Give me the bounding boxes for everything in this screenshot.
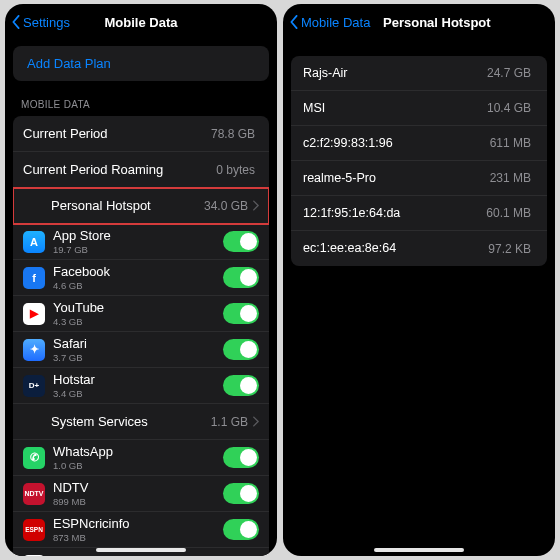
app-usage: 4.3 GB — [53, 316, 217, 327]
app-toggle[interactable] — [223, 447, 259, 468]
app-usage: 873 MB — [53, 532, 217, 543]
system-services-label: System Services — [51, 414, 211, 430]
home-indicator[interactable] — [374, 548, 464, 552]
hotspot-label: Personal Hotspot — [51, 198, 204, 214]
device-name: 12:1f:95:1e:64:da — [303, 206, 486, 221]
app-row[interactable]: ESPN ESPNcricinfo 873 MB — [13, 512, 269, 548]
chevron-left-icon — [11, 15, 21, 29]
device-row[interactable]: ec:1:ee:ea:8e:64 97.2 KB — [291, 231, 547, 266]
hotspot-value: 34.0 GB — [204, 199, 248, 213]
app-row[interactable]: f Facebook 4.6 GB — [13, 260, 269, 296]
app-usage: 899 MB — [53, 496, 217, 507]
back-label: Settings — [23, 15, 70, 30]
whatsapp-icon: ✆ — [23, 447, 45, 469]
app-toggle[interactable] — [223, 339, 259, 360]
left-screen: Settings Mobile Data Add Data Plan MOBIL… — [5, 4, 277, 556]
system-services-value: 1.1 GB — [211, 415, 248, 429]
personal-hotspot-row[interactable]: Personal Hotspot 34.0 GB — [13, 188, 269, 224]
app-name: App Store — [53, 228, 217, 244]
app-name: Safari — [53, 336, 217, 352]
app-toggle[interactable] — [223, 267, 259, 288]
device-name: Rajs-Air — [303, 66, 487, 81]
device-row[interactable]: c2:f2:99:83:1:96 611 MB — [291, 126, 547, 161]
app-usage: 1.0 GB — [53, 460, 217, 471]
section-header: MOBILE DATA — [5, 81, 277, 116]
chevron-left-icon — [289, 15, 299, 29]
espn-icon: ESPN — [23, 519, 45, 541]
devices-group: Rajs-Air 24.7 GB MSI 10.4 GB c2:f2:99:83… — [291, 56, 547, 266]
roaming-row[interactable]: Current Period Roaming 0 bytes — [13, 152, 269, 188]
app-row[interactable]: A App Store 19.7 GB — [13, 224, 269, 260]
app-row[interactable]: D+ Hotstar 3.4 GB — [13, 368, 269, 404]
chevron-right-icon — [252, 200, 259, 211]
app-name: Hotstar — [53, 372, 217, 388]
current-period-label: Current Period — [23, 126, 211, 142]
ndtv-icon: NDTV — [23, 483, 45, 505]
app-toggle[interactable] — [223, 519, 259, 540]
app-usage: 3.7 GB — [53, 352, 217, 363]
app-name: Drive — [53, 553, 217, 557]
navbar: Mobile Data Personal Hotspot — [283, 4, 555, 40]
device-row[interactable]: MSI 10.4 GB — [291, 91, 547, 126]
device-usage: 60.1 MB — [486, 206, 531, 220]
device-row[interactable]: Rajs-Air 24.7 GB — [291, 56, 547, 91]
drive-icon — [23, 555, 45, 556]
app-usage: 4.6 GB — [53, 280, 217, 291]
appstore-icon: A — [23, 231, 45, 253]
content: Add Data Plan MOBILE DATA Current Period… — [5, 40, 277, 556]
fb-icon: f — [23, 267, 45, 289]
current-period-value: 78.8 GB — [211, 127, 255, 141]
device-name: MSI — [303, 101, 487, 116]
device-usage: 97.2 KB — [488, 242, 531, 256]
app-name: Facebook — [53, 264, 217, 280]
device-name: ec:1:ee:ea:8e:64 — [303, 241, 488, 256]
device-name: c2:f2:99:83:1:96 — [303, 136, 490, 151]
home-indicator[interactable] — [96, 548, 186, 552]
app-name: YouTube — [53, 300, 217, 316]
device-usage: 611 MB — [490, 136, 531, 150]
app-usage: 3.4 GB — [53, 388, 217, 399]
device-row[interactable]: 12:1f:95:1e:64:da 60.1 MB — [291, 196, 547, 231]
app-toggle[interactable] — [223, 556, 259, 557]
add-data-plan-button[interactable]: Add Data Plan — [13, 46, 269, 81]
device-usage: 231 MB — [490, 171, 531, 185]
current-period-row[interactable]: Current Period 78.8 GB — [13, 116, 269, 152]
app-row[interactable]: ▶ YouTube 4.3 GB — [13, 296, 269, 332]
safari-icon: ✦ — [23, 339, 45, 361]
navbar: Settings Mobile Data — [5, 4, 277, 40]
app-toggle[interactable] — [223, 375, 259, 396]
app-row[interactable]: ✦ Safari 3.7 GB — [13, 332, 269, 368]
device-name: realme-5-Pro — [303, 171, 490, 186]
back-button[interactable]: Settings — [11, 15, 70, 30]
right-screen: Mobile Data Personal Hotspot Rajs-Air 24… — [283, 4, 555, 556]
app-row[interactable]: ✆ WhatsApp 1.0 GB — [13, 440, 269, 476]
back-button[interactable]: Mobile Data — [289, 15, 370, 30]
app-name: WhatsApp — [53, 444, 217, 460]
app-toggle[interactable] — [223, 231, 259, 252]
system-services-row[interactable]: System Services 1.1 GB — [13, 404, 269, 440]
app-toggle[interactable] — [223, 483, 259, 504]
app-name: NDTV — [53, 480, 217, 496]
app-toggle[interactable] — [223, 303, 259, 324]
usage-group: Current Period 78.8 GB Current Period Ro… — [13, 116, 269, 556]
app-name: ESPNcricinfo — [53, 516, 217, 532]
yt-icon: ▶ — [23, 303, 45, 325]
device-usage: 10.4 GB — [487, 101, 531, 115]
app-row[interactable]: NDTV NDTV 899 MB — [13, 476, 269, 512]
chevron-right-icon — [252, 416, 259, 427]
roaming-value: 0 bytes — [216, 163, 255, 177]
content: Rajs-Air 24.7 GB MSI 10.4 GB c2:f2:99:83… — [283, 40, 555, 556]
device-usage: 24.7 GB — [487, 66, 531, 80]
back-label: Mobile Data — [301, 15, 370, 30]
roaming-label: Current Period Roaming — [23, 162, 216, 178]
app-usage: 19.7 GB — [53, 244, 217, 255]
hotstar-icon: D+ — [23, 375, 45, 397]
device-row[interactable]: realme-5-Pro 231 MB — [291, 161, 547, 196]
